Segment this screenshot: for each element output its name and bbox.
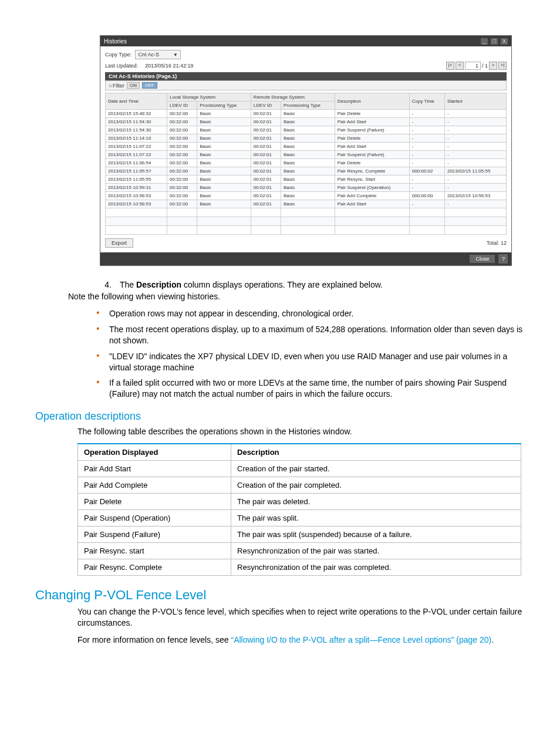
table-cell: 2013/02/15 10:58:53 (444, 192, 506, 200)
table-cell: Pair Resync. Start (335, 175, 409, 184)
col-remote-ldev[interactable]: LDEV ID (251, 102, 281, 110)
pager-page-input[interactable]: 1 (465, 62, 481, 70)
export-button[interactable]: Export (105, 238, 133, 248)
note-text: Note the following when viewing historie… (68, 292, 525, 301)
col-group-remote: Remote Storage System (251, 93, 335, 102)
pager-prev-button[interactable]: < (456, 62, 464, 70)
table-cell: 00:02:01 (251, 118, 281, 126)
table-cell: 00:02:01 (251, 192, 281, 200)
table-row[interactable]: 2013/02/15 15:48:3200:32:00Basic00:02:01… (106, 110, 507, 118)
desc-bold: Description (136, 280, 181, 289)
table-cell: 00:32:00 (167, 167, 197, 175)
ops-cell-description: Creation of the pair started. (231, 461, 521, 477)
col-remote-prov[interactable]: Provisioning Type (281, 102, 335, 110)
table-cell: 2013/02/15 11:06:54 (106, 159, 167, 167)
col-local-prov[interactable]: Provisioning Type (197, 102, 251, 110)
table-cell: 00:32:00 (167, 184, 197, 192)
table-cell: 00:02:01 (251, 143, 281, 151)
table-cell: 2013/02/15 11:05:57 (106, 167, 167, 175)
pager-next-button[interactable]: > (489, 62, 497, 70)
table-cell: Pair Add Start (335, 143, 409, 151)
col-datetime[interactable]: Date and Time (106, 93, 167, 110)
table-cell: Pair Add Complete (335, 192, 409, 200)
table-cell: - (409, 134, 444, 143)
fence-paragraph-1: You can change the P-VOL's fence level, … (77, 606, 525, 629)
window-min-icon[interactable]: _ (481, 38, 488, 45)
table-row[interactable]: 2013/02/15 11:05:5500:32:00Basic00:02:01… (106, 175, 507, 184)
col-local-ldev[interactable]: LDEV ID (167, 102, 197, 110)
filter-on-toggle[interactable]: ON (127, 82, 140, 89)
fence-level-link[interactable]: “Allowing I/O to the P-VOL after a split… (231, 635, 491, 644)
filter-bar: ☆Filter ON OFF (105, 80, 507, 90)
copy-type-value: Cnt Ac-S (138, 52, 173, 58)
last-updated-label: Last Updated: (105, 63, 145, 69)
table-cell: 00:02:01 (251, 110, 281, 118)
bullet-item: Operation rows may not appear in descend… (92, 306, 525, 322)
col-copytime[interactable]: Copy Time (409, 93, 444, 110)
table-row: Pair DeleteThe pair was deleted. (78, 494, 521, 510)
table-row[interactable]: 2013/02/15 11:54:3000:32:00Basic00:02:01… (106, 126, 507, 134)
table-cell: Basic (197, 200, 251, 208)
ops-cell-operation: Pair Resync. Complete (78, 559, 231, 576)
fence-paragraph-2: For more information on fence levels, se… (77, 634, 525, 646)
table-cell: 00:32:00 (167, 126, 197, 134)
table-row[interactable]: 2013/02/15 11:07:2200:32:00Basic00:02:01… (106, 143, 507, 151)
table-cell: Pair Delete (335, 134, 409, 143)
histories-table: Date and Time Local Storage System Remot… (105, 93, 507, 235)
table-cell: 00:02:01 (251, 167, 281, 175)
table-cell: 2013/02/15 11:05:55 (444, 167, 506, 175)
table-row[interactable]: 2013/02/15 11:14:1600:32:00Basic00:02:01… (106, 134, 507, 143)
bullet-item: "LDEV ID" indicates the XP7 physical LDE… (92, 349, 525, 376)
ops-cell-operation: Pair Suspend (Operation) (78, 510, 231, 526)
table-cell: Basic (281, 167, 335, 175)
table-cell: - (409, 126, 444, 134)
table-cell: 00:32:00 (167, 134, 197, 143)
table-cell: Pair Delete (335, 159, 409, 167)
table-cell: - (444, 110, 506, 118)
col-started[interactable]: Started (444, 93, 506, 110)
heading-operation-descriptions: Operation descriptions (35, 410, 525, 423)
last-updated-value: 2013/05/16 21:42:19 (145, 63, 194, 69)
table-cell: 00:02:01 (251, 151, 281, 159)
ops-cell-operation: Pair Delete (78, 494, 231, 510)
table-cell: Basic (281, 143, 335, 151)
histories-window: Histories _ □ X Copy Type: Cnt Ac-S ▼ La… (100, 35, 512, 266)
close-button[interactable]: Close (470, 255, 495, 263)
heading-fence-level: Changing P-VOL Fence Level (35, 588, 525, 603)
table-cell: 00:32:00 (167, 175, 197, 184)
table-cell: Pair Suspend (Failure) (335, 126, 409, 134)
ops-cell-description: The pair was split (suspended) because o… (231, 526, 521, 543)
col-description[interactable]: Description (335, 93, 409, 110)
table-cell: 2013/02/15 11:54:30 (106, 118, 167, 126)
table-row[interactable]: 2013/02/15 10:58:5300:32:00Basic00:02:01… (106, 192, 507, 200)
table-cell: - (444, 126, 506, 134)
filter-off-toggle[interactable]: OFF (142, 82, 157, 89)
table-cell: 2013/02/15 15:48:32 (106, 110, 167, 118)
table-cell: 000:00:00 (409, 192, 444, 200)
table-row[interactable]: 2013/02/15 11:54:3000:32:00Basic00:02:01… (106, 118, 507, 126)
table-row: Pair Resync. startResynchronization of t… (78, 543, 521, 559)
help-button[interactable]: ? (498, 254, 508, 264)
table-row[interactable]: 2013/02/15 11:06:5400:32:00Basic00:02:01… (106, 159, 507, 167)
table-cell: - (444, 184, 506, 192)
pager-last-button[interactable]: >| (498, 62, 507, 70)
window-close-icon[interactable]: X (501, 38, 508, 45)
list-item-4: 4. The Description column displays opera… (100, 280, 525, 289)
copy-type-dropdown[interactable]: Cnt Ac-S ▼ (135, 50, 180, 59)
table-row[interactable]: 2013/02/15 10:58:5300:32:00Basic00:02:01… (106, 200, 507, 208)
table-cell: Basic (281, 118, 335, 126)
table-cell: Basic (281, 110, 335, 118)
table-cell: 00:02:01 (251, 159, 281, 167)
pager-first-button[interactable]: |< (446, 62, 454, 70)
table-cell: Pair Resync. Complete (335, 167, 409, 175)
table-cell: - (409, 118, 444, 126)
table-row[interactable]: 2013/02/15 10:59:3100:32:00Basic00:02:01… (106, 184, 507, 192)
histories-tab[interactable]: Cnt Ac-S Histories (Page.1) (105, 72, 507, 80)
table-cell: 00:32:00 (167, 151, 197, 159)
table-row[interactable]: 2013/02/15 11:05:5700:32:00Basic00:02:01… (106, 167, 507, 175)
table-cell: - (409, 110, 444, 118)
window-max-icon[interactable]: □ (491, 38, 498, 45)
ops-cell-operation: Pair Suspend (Failure) (78, 526, 231, 543)
table-cell: 00:02:01 (251, 175, 281, 184)
table-row[interactable]: 2013/02/15 11:07:2200:32:00Basic00:02:01… (106, 151, 507, 159)
